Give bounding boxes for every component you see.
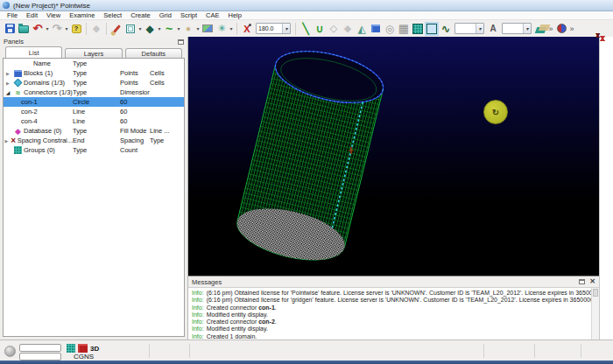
display-style-button[interactable] <box>109 22 123 36</box>
tree-item-label: Domains (1/3) <box>24 79 65 87</box>
message-text: . <box>275 318 277 325</box>
mesh-button[interactable] <box>397 22 411 36</box>
expander-collapsed-icon[interactable]: ▶ <box>4 71 12 76</box>
revolve-button[interactable] <box>383 22 397 36</box>
tab-layers[interactable]: Layers <box>65 48 122 58</box>
messages-scrollbar[interactable] <box>591 288 599 340</box>
expander-collapsed-icon[interactable]: ▶ <box>4 138 10 144</box>
display-viewport[interactable] <box>188 37 599 276</box>
examine-button[interactable] <box>240 22 254 36</box>
annotation-button[interactable] <box>486 22 500 36</box>
info-prefix: Info: <box>192 333 204 340</box>
dimension-combo[interactable] <box>454 23 484 34</box>
tree-row-con-2[interactable]: con-2Line60 <box>4 107 184 116</box>
groups-icon <box>14 146 22 154</box>
layers-button[interactable] <box>533 22 547 36</box>
help-icon <box>72 24 81 33</box>
tree-row-groups-0[interactable]: Groups (0)TypeCount <box>4 145 184 155</box>
menu-item-examine[interactable]: Examine <box>65 11 99 19</box>
toolbar-separator <box>106 23 107 35</box>
message-text: con-1 <box>258 304 275 311</box>
prism-button[interactable] <box>355 22 369 36</box>
toolbar-separator <box>86 23 87 35</box>
chevron-down-icon[interactable] <box>523 24 531 33</box>
spline-button[interactable] <box>439 22 453 36</box>
spacing-icon <box>11 136 16 145</box>
mask-button[interactable] <box>554 22 568 36</box>
menu-item-file[interactable]: File <box>3 11 22 19</box>
expander-collapsed-icon[interactable]: ▶ <box>4 80 12 86</box>
message-line: Info:(6:16 pm) Obtained license for 'gri… <box>192 297 591 304</box>
surface-button[interactable] <box>327 22 341 36</box>
web-view-dropdown[interactable] <box>229 24 234 32</box>
panel-tabs: ListLayersDefaults <box>0 46 187 58</box>
status-bar: 3D CGNS <box>0 340 613 360</box>
float-panel-icon[interactable] <box>178 39 184 45</box>
entity-tree: Name Type ▶Blocks (1)TypePointsCells▶Dom… <box>3 58 185 337</box>
tree-cell: Type <box>73 88 111 96</box>
status-separator <box>149 344 150 358</box>
viewport-canvas[interactable] <box>188 37 599 276</box>
message-line: Info:Modified entity display. <box>192 312 591 318</box>
tree-row-spacing-constrai[interactable]: ▶Spacing Constrai...EndSpacingType <box>4 136 184 145</box>
rotation-angle-value: 180.0 <box>257 25 282 32</box>
solver-label: CGNS <box>74 353 94 360</box>
message-line: Info:Created connector con-1. <box>192 304 591 312</box>
menu-item-help[interactable]: Help <box>223 11 245 19</box>
tree-row-database-0[interactable]: Database (0)TypeFill ModeLine ... <box>4 126 184 136</box>
menu-item-edit[interactable]: Edit <box>22 11 42 19</box>
status-field-2[interactable] <box>19 353 61 360</box>
toolbar-separator <box>295 23 296 35</box>
chevron-down-icon[interactable] <box>476 24 483 33</box>
tree-row-connectors-1-3[interactable]: ◢Connectors (1/3)TypeDimension <box>4 88 184 97</box>
toolbar: 180.0 <box>0 20 613 37</box>
help-button[interactable] <box>69 22 83 36</box>
status-field-1[interactable] <box>19 344 61 352</box>
create-connector-button[interactable] <box>162 22 176 36</box>
redo-button[interactable] <box>50 22 64 36</box>
node-tool-button[interactable] <box>181 22 195 36</box>
menu-item-select[interactable]: Select <box>99 11 126 19</box>
rotation-angle-combo[interactable]: 180.0 <box>256 23 291 34</box>
menu-item-view[interactable]: View <box>42 11 65 19</box>
expander-expanded-icon[interactable]: ◢ <box>4 89 12 95</box>
cae-solver-button[interactable] <box>143 22 157 36</box>
web-view-button[interactable] <box>215 22 229 36</box>
chevron-down-icon[interactable] <box>282 24 290 33</box>
tree-row-blocks-1[interactable]: ▶Blocks (1)TypePointsCells <box>4 68 184 78</box>
tree-row-con-4[interactable]: con-4Line60 <box>4 116 184 126</box>
view-cube-button[interactable] <box>123 22 137 36</box>
block-button[interactable] <box>369 22 383 36</box>
tree-cell: Dimension <box>111 88 150 96</box>
menu-item-create[interactable]: Create <box>126 11 155 19</box>
surface-filled-button[interactable] <box>341 22 355 36</box>
circular-arc-button[interactable] <box>313 22 327 36</box>
tree-row-domains-1-3[interactable]: ▶Domains (1/3)TypePointsCells <box>4 78 184 88</box>
undo-button[interactable] <box>31 22 45 36</box>
menu-item-cae[interactable]: CAE <box>201 11 223 19</box>
float-messages-icon[interactable] <box>579 279 585 284</box>
scrollbar-thumb[interactable] <box>593 289 598 297</box>
overflow-chevron[interactable] <box>568 24 575 33</box>
tree-cell: Type <box>150 136 184 144</box>
spacing-combo[interactable] <box>502 23 532 34</box>
tab-defaults[interactable]: Defaults <box>125 48 182 58</box>
undo-icon <box>33 22 43 35</box>
glyph-display-button[interactable] <box>89 22 103 36</box>
unstructured-domain-button[interactable] <box>425 22 439 36</box>
message-text: con-2 <box>258 318 275 325</box>
menu-item-grid[interactable]: Grid <box>155 11 176 19</box>
close-icon[interactable]: ✕ <box>589 278 595 285</box>
tree-cell: 60 <box>111 108 150 116</box>
image-export-button[interactable] <box>201 22 215 36</box>
save-button[interactable] <box>3 22 17 36</box>
messages-title: Messages <box>192 278 222 286</box>
tree-cell: 60 <box>111 117 150 125</box>
menu-item-script[interactable]: Script <box>176 11 201 19</box>
structured-domain-button[interactable] <box>411 22 425 36</box>
title-bar: (New Project)* Pointwise <box>0 0 613 11</box>
two-point-line-button[interactable] <box>299 22 313 36</box>
open-button[interactable] <box>17 22 31 36</box>
tree-row-con-1[interactable]: con-1Circle60 <box>4 97 184 107</box>
tab-list[interactable]: List <box>5 46 62 58</box>
